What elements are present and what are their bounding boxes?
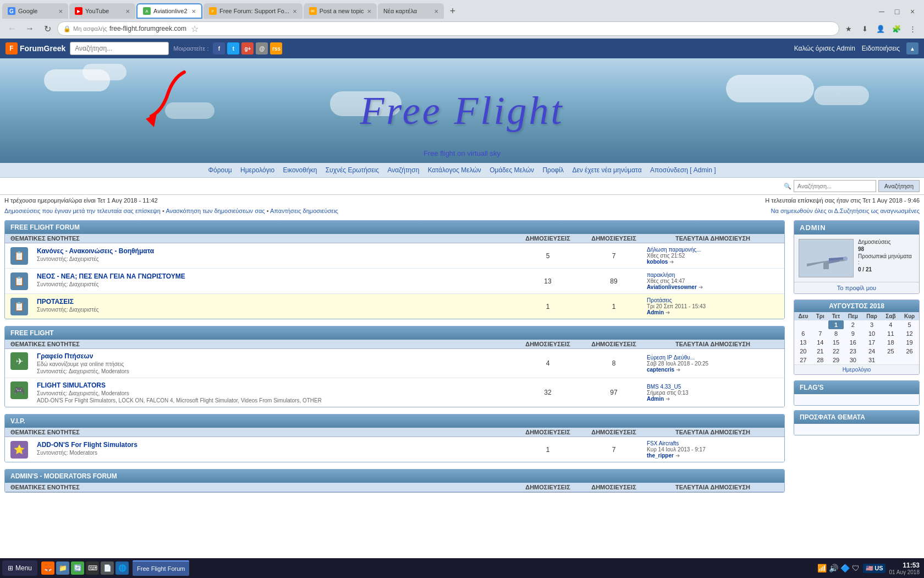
row-title-simulators[interactable]: FLIGHT SIMULATORS	[37, 381, 322, 389]
close-browser-button[interactable]: ×	[905, 4, 920, 19]
tab-google-close[interactable]: ×	[55, 7, 63, 15]
my-posts-link[interactable]: Ανασκόπηση των δημοσιεύσεων σας	[166, 208, 265, 214]
cal-cell-w2d6[interactable]: 11	[882, 329, 900, 338]
tab-youtube[interactable]: ▶ YouTube ×	[69, 3, 135, 19]
last-post-author-addons[interactable]: the_ripper	[647, 452, 674, 459]
cal-cell-w4d4[interactable]: 23	[844, 347, 862, 356]
cal-cell-w5d5[interactable]: 31	[862, 356, 881, 364]
minimize-button[interactable]: ─	[875, 4, 889, 19]
last-post-author-newmembers[interactable]: Aviationlivesowner	[647, 284, 697, 290]
tab-neakartela-close[interactable]: ×	[431, 7, 438, 15]
replies-link[interactable]: Απαντήσεις δημοσιεύσεις	[270, 208, 338, 214]
twitter-icon[interactable]: t	[227, 42, 239, 54]
notifications-link[interactable]: Ειδοποιήσεις	[862, 45, 900, 52]
nav-profile[interactable]: Προφίλ	[542, 166, 564, 174]
cal-cell-w4d2[interactable]: 21	[812, 347, 828, 356]
forum-search-input[interactable]	[70, 42, 169, 55]
forum-logo[interactable]: F ForumGreek	[6, 42, 65, 54]
cal-cell-w4d6[interactable]: 25	[882, 347, 900, 356]
last-post-author-flights[interactable]: captencris	[647, 367, 674, 373]
cal-cell-w3d5[interactable]: 17	[862, 338, 881, 347]
cal-cell-w1d4[interactable]: 2	[844, 320, 862, 329]
rss-icon[interactable]: rss	[270, 42, 282, 54]
cal-cell-w3d7[interactable]: 19	[900, 338, 919, 347]
new-tab-button[interactable]: +	[445, 3, 460, 19]
cal-cell-w1d6[interactable]: 4	[882, 320, 900, 329]
nav-groups[interactable]: Ομάδες Μελών	[490, 166, 534, 174]
row-title-proposals[interactable]: ΠΡΟΤΑΣΕΙΣ	[37, 298, 99, 306]
cal-cell-w1d7[interactable]: 5	[900, 320, 919, 329]
tab-freeforum-close[interactable]: ×	[289, 7, 297, 15]
nav-memberlist[interactable]: Κατάλογος Μελών	[428, 166, 481, 174]
nav-gallery[interactable]: Εικονοθήκη	[283, 166, 317, 174]
row-title-newmembers[interactable]: ΝΕΟΣ - ΝΕΑ; ΠΕΣ ΕΝΑ ΓΕΙΑ ΝΑ ΓΝΩΡΙΣΤΟΥΜΕ	[37, 272, 185, 280]
restore-button[interactable]: □	[890, 4, 904, 19]
cal-cell-w2d7[interactable]: 12	[900, 329, 919, 338]
email-icon[interactable]: @	[256, 42, 268, 54]
download-button[interactable]: ⬇	[857, 21, 872, 36]
tab-aviation-close[interactable]: ×	[188, 7, 196, 15]
cal-cell-w4d5[interactable]: 24	[862, 347, 881, 356]
last-post-author-proposals[interactable]: Admin	[647, 309, 664, 315]
tab-posttopic[interactable]: ✉ Post a new topic ×	[304, 3, 377, 19]
admin-profile-link[interactable]: Το προφίλ μου	[794, 282, 919, 293]
last-post-author-rules[interactable]: kobolos	[647, 259, 668, 265]
last-post-title-addons[interactable]: FSX Aircrafts	[647, 440, 779, 446]
cal-cell-w5d2[interactable]: 28	[812, 356, 828, 364]
cal-cell-w4d3[interactable]: 22	[828, 347, 844, 356]
cal-cell-w1d2[interactable]	[812, 320, 828, 329]
cal-cell-w2d4[interactable]: 9	[844, 329, 862, 338]
nav-logout[interactable]: Αποσύνδεση [ Admin ]	[650, 166, 716, 174]
last-post-title-proposals[interactable]: Προτάσεις	[647, 297, 779, 303]
last-post-title-rules[interactable]: Δήλωση παραμονής...	[647, 247, 779, 253]
cal-cell-w3d4[interactable]: 16	[844, 338, 862, 347]
nav-faq[interactable]: Συχνές Ερωτήσεις	[326, 166, 379, 174]
tab-aviation[interactable]: A Aviationlive2 ×	[136, 3, 202, 19]
new-posts-link[interactable]: Δημοσιεύσεις που έγιναν μετά την τελευτα…	[4, 208, 161, 214]
cal-cell-w5d1[interactable]: 27	[794, 356, 812, 364]
cal-cell-w5d4[interactable]: 30	[844, 356, 862, 364]
row-title-addons[interactable]: ADD-ON'S For Flight Simulators	[37, 441, 138, 449]
nav-calendar[interactable]: Ημερολόγιο	[240, 166, 274, 174]
settings-button[interactable]: ⋮	[905, 21, 920, 36]
cal-cell-w2d2[interactable]: 7	[812, 329, 828, 338]
row-title-rules[interactable]: Κανόνες - Ανακοινώσεις - Βοηθήματα	[37, 247, 154, 255]
tab-youtube-close[interactable]: ×	[122, 7, 130, 15]
forward-button[interactable]: →	[22, 21, 37, 36]
facebook-icon[interactable]: f	[213, 42, 225, 54]
bookmark-button[interactable]: ★	[842, 21, 856, 36]
address-url-container[interactable]: 🔒 Μη ασφαλής free-flight.forumgreek.com …	[57, 21, 839, 36]
googleplus-icon[interactable]: g+	[241, 42, 254, 54]
last-post-title-flights[interactable]: Εύρεση IP Διεύθυ...	[647, 355, 779, 361]
extensions-button[interactable]: 🧩	[889, 21, 904, 36]
calendar-footer-link[interactable]: Ημερολόγιο	[794, 364, 919, 374]
reload-button[interactable]: ↻	[40, 21, 55, 36]
last-post-title-simulators[interactable]: BMS 4.33_U5	[647, 384, 779, 390]
cal-cell-w2d1[interactable]: 6	[794, 329, 812, 338]
cal-cell-w2d3[interactable]: 8	[828, 329, 844, 338]
cal-cell-w3d2[interactable]: 14	[812, 338, 828, 347]
tab-neakartela[interactable]: Νέα καρτέλα ×	[378, 3, 444, 19]
mark-all-read-link[interactable]: Να σημειωθούν όλες οι Δ.Συζητήσεις ως αν…	[771, 208, 920, 214]
account-button[interactable]: 👤	[873, 21, 888, 36]
cal-cell-w3d6[interactable]: 18	[882, 338, 900, 347]
search-input[interactable]	[794, 180, 876, 192]
back-button[interactable]: ←	[4, 21, 20, 36]
bookmark-star[interactable]: ☆	[191, 24, 199, 34]
cal-cell-w4d1[interactable]: 20	[794, 347, 812, 356]
cal-cell-w5d3[interactable]: 29	[828, 356, 844, 364]
last-post-title-newmembers[interactable]: παρακλήση	[647, 272, 779, 278]
nav-messages[interactable]: Δεν έχετε νέα μηνύματα	[572, 166, 641, 174]
last-post-author-simulators[interactable]: Admin	[647, 396, 664, 402]
cal-cell-w1d3[interactable]: 1	[828, 320, 844, 329]
tab-freeforum[interactable]: F Free Forum: Support Fo... ×	[204, 3, 302, 19]
tab-posttopic-close[interactable]: ×	[364, 7, 371, 15]
cal-cell-w3d1[interactable]: 13	[794, 338, 812, 347]
search-button[interactable]: Αναζήτηση	[878, 180, 920, 192]
nav-forum[interactable]: Φόρουμ	[208, 166, 232, 174]
toolbar-extra-icon[interactable]: ▲	[906, 42, 919, 54]
cal-cell-w4d7[interactable]: 26	[900, 347, 919, 356]
row-title-flights[interactable]: Γραφείο Πτήσεων	[37, 352, 129, 360]
cal-cell-w1d1[interactable]	[794, 320, 812, 329]
cal-cell-w1d5[interactable]: 3	[862, 320, 881, 329]
